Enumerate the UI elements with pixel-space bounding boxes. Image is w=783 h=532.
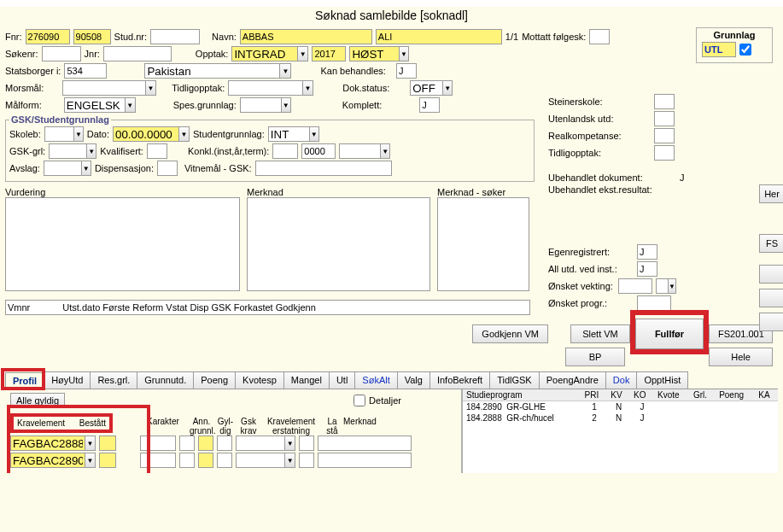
- tab-poeng[interactable]: Poeng: [193, 371, 236, 389]
- fullfor-button[interactable]: Fullfør: [635, 319, 704, 349]
- bp-button[interactable]: BP: [565, 348, 625, 366]
- opptak-year[interactable]: [312, 46, 346, 61]
- komplett-input[interactable]: [419, 97, 440, 113]
- opptak-semester[interactable]: [350, 47, 398, 61]
- grunnlag-checkbox[interactable]: [739, 44, 751, 56]
- karakter-input[interactable]: [140, 453, 176, 468]
- gyl-input[interactable]: [198, 436, 213, 451]
- tab-dok[interactable]: Dok: [605, 371, 638, 389]
- konkl-inst[interactable]: [272, 143, 298, 159]
- tidligopptak2-input[interactable]: [654, 145, 675, 161]
- statsborger-name[interactable]: [145, 64, 279, 78]
- skoleb-select[interactable]: [45, 127, 73, 141]
- studnr-input[interactable]: [150, 29, 200, 44]
- kanbehandles-input[interactable]: [396, 63, 417, 79]
- chevron-down-icon[interactable]: ▼: [380, 144, 389, 158]
- chevron-down-icon[interactable]: ▼: [178, 127, 189, 141]
- tab-hyutd[interactable]: HøyUtd: [44, 371, 91, 389]
- bestatt-input[interactable]: [99, 436, 116, 451]
- ann-input[interactable]: [179, 436, 195, 451]
- vurdering-textarea[interactable]: [5, 197, 240, 291]
- gsk-input[interactable]: [217, 436, 232, 451]
- tab-grunnutd[interactable]: Grunnutd.: [137, 371, 194, 389]
- tab-skalt[interactable]: SøkAlt: [354, 371, 397, 389]
- chevron-down-icon[interactable]: ▼: [297, 47, 307, 61]
- tab-utl[interactable]: Utl: [329, 371, 355, 389]
- chevron-down-icon[interactable]: ▼: [281, 98, 290, 112]
- konkl-year[interactable]: [301, 143, 336, 159]
- tab-mangel[interactable]: Mangel: [283, 371, 330, 389]
- progr-input[interactable]: [637, 295, 671, 311]
- program-row[interactable]: 184.2888 GR-ch/hucel2NJ: [463, 412, 778, 424]
- chevron-down-icon[interactable]: ▼: [85, 436, 95, 450]
- erstatning-select[interactable]: [237, 436, 284, 450]
- tab-kvotesp[interactable]: Kvotesp: [235, 371, 284, 389]
- tab-profil[interactable]: Profil: [5, 372, 44, 389]
- tab-resgrl[interactable]: Res.grl.: [90, 371, 137, 389]
- fs-button[interactable]: FS: [759, 234, 783, 253]
- grunnlag-code[interactable]: [702, 42, 736, 57]
- chevron-down-icon[interactable]: ▼: [284, 453, 295, 467]
- kravelement-code[interactable]: [11, 453, 85, 467]
- chevron-down-icon[interactable]: ▼: [73, 127, 83, 141]
- karakter-input[interactable]: [140, 436, 176, 451]
- godkjennvm-button[interactable]: Godkjenn VM: [472, 324, 548, 343]
- allutd-input[interactable]: [637, 261, 657, 277]
- allegyldig-button[interactable]: Alle gyldig: [10, 393, 65, 408]
- malform-select[interactable]: [65, 98, 125, 112]
- mottatt-input[interactable]: [589, 29, 610, 44]
- merknadsoker-textarea[interactable]: [437, 197, 529, 291]
- utenlandskutd-input[interactable]: [654, 111, 675, 126]
- statsborger-code[interactable]: [64, 63, 107, 79]
- lasta-input[interactable]: [299, 453, 314, 468]
- spesgrunnlag-select[interactable]: [241, 98, 281, 112]
- chevron-down-icon[interactable]: ▼: [284, 436, 295, 450]
- tab-infobekreft[interactable]: InfoBekreft: [429, 371, 490, 389]
- merknad-textarea[interactable]: [247, 197, 430, 291]
- tidligopptak-select[interactable]: [229, 81, 302, 95]
- detaljer-checkbox[interactable]: [354, 395, 365, 406]
- erstatning-select[interactable]: [237, 453, 284, 467]
- avslag-select[interactable]: [44, 161, 81, 175]
- dokstatus-select[interactable]: [411, 81, 442, 95]
- hent-button[interactable]: Her: [759, 184, 783, 203]
- tab-poengandre[interactable]: PoengAndre: [539, 371, 606, 389]
- fnr-1[interactable]: [26, 29, 70, 44]
- gskgrl-select[interactable]: [50, 144, 86, 158]
- chevron-down-icon[interactable]: ▼: [302, 81, 313, 95]
- konkl-term[interactable]: [340, 144, 380, 158]
- chevron-down-icon[interactable]: ▼: [86, 144, 96, 158]
- vekting-unit[interactable]: [657, 279, 668, 293]
- tab-valg[interactable]: Valg: [397, 371, 430, 389]
- egenregistrert-input[interactable]: [637, 244, 657, 260]
- kravelement-code[interactable]: [11, 436, 85, 450]
- chevron-down-icon[interactable]: ▼: [668, 279, 675, 293]
- opptak-select[interactable]: [232, 47, 297, 61]
- studentgrunnlag-select[interactable]: [269, 127, 309, 141]
- kvalifisert-input[interactable]: [147, 143, 167, 159]
- jnr-input[interactable]: [103, 46, 172, 61]
- steinerskole-input[interactable]: [654, 94, 675, 109]
- navn-first[interactable]: [376, 29, 502, 44]
- chevron-down-icon[interactable]: ▼: [145, 81, 155, 95]
- program-row[interactable]: 184.2890 GR-GLHE1NJ: [463, 401, 778, 413]
- lasta-input[interactable]: [299, 436, 314, 451]
- chevron-down-icon[interactable]: ▼: [279, 64, 290, 78]
- dispensasjon-input[interactable]: [157, 161, 178, 176]
- navn-last[interactable]: [240, 29, 372, 44]
- ann-input[interactable]: [179, 453, 195, 468]
- chevron-down-icon[interactable]: ▼: [81, 161, 91, 175]
- chevron-down-icon[interactable]: ▼: [442, 81, 452, 95]
- slettvm-button[interactable]: Slett VM: [570, 324, 630, 343]
- merknad2-input[interactable]: [318, 436, 412, 451]
- gyl-input[interactable]: [198, 453, 213, 468]
- chevron-down-icon[interactable]: ▼: [309, 127, 318, 141]
- dato-select[interactable]: [114, 127, 178, 141]
- chevron-down-icon[interactable]: ▼: [85, 453, 95, 467]
- hele-button[interactable]: Hele: [709, 348, 773, 366]
- gsk-input[interactable]: [217, 453, 232, 468]
- chevron-down-icon[interactable]: ▼: [125, 98, 135, 112]
- tab-oppthist[interactable]: OpptHist: [636, 371, 688, 389]
- bestatt-input[interactable]: [99, 453, 116, 468]
- fnr-2[interactable]: [73, 29, 111, 44]
